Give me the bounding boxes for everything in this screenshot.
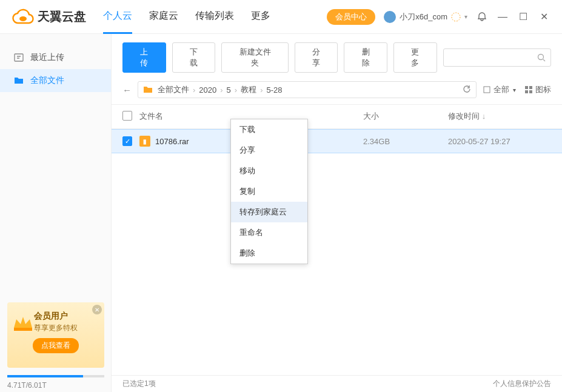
menu-delete[interactable]: 删除 (231, 243, 307, 264)
view-mode[interactable]: 图标 (524, 84, 551, 95)
column-size[interactable]: 大小 (363, 111, 448, 122)
folder-icon (13, 75, 24, 86)
download-button[interactable]: 下载 (172, 42, 216, 73)
crumb[interactable]: 5-28 (267, 85, 283, 95)
promo-button[interactable]: 点我查看 (33, 338, 79, 353)
context-menu: 下载 分享 移动 复制 转存到家庭云 重命名 删除 (230, 119, 308, 264)
view-filter[interactable]: 全部▾ (483, 84, 516, 95)
pathbar: ← 全部文件› 2020› 5› 教程› 5-28 全部▾ 图标 (112, 79, 562, 105)
file-date: 2020-05-27 19:27 (448, 137, 551, 146)
upload-button[interactable]: 上传 (122, 42, 166, 73)
logo: 天翼云盘 (12, 8, 86, 25)
promo-subtitle: 尊享更多特权 (34, 323, 98, 333)
path-actions: 全部▾ 图标 (483, 84, 551, 95)
share-button[interactable]: 分享 (295, 42, 338, 73)
nav-tab-more[interactable]: 更多 (251, 0, 270, 34)
breadcrumb: 全部文件› 2020› 5› 教程› 5-28 (138, 81, 477, 98)
search-input[interactable] (443, 48, 551, 67)
vip-small-icon (451, 12, 461, 22)
main: 上传 下载 新建文件夹 分享 删除 更多 ← 全部文件› 2020› 5› 教程… (112, 34, 562, 392)
menu-copy[interactable]: 复制 (231, 181, 307, 202)
toolbar: 上传 下载 新建文件夹 分享 删除 更多 (112, 34, 562, 79)
column-date[interactable]: 修改时间 ↓ (448, 111, 551, 122)
statusbar: 已选定1项 个人信息保护公告 (112, 375, 562, 392)
header-right: 会员中心 小刀x6d_com ▾ — ☐ ✕ (327, 9, 550, 25)
sidebar-item-label: 全部文件 (30, 75, 64, 86)
svg-rect-4 (484, 87, 490, 93)
nav-tab-personal[interactable]: 个人云 (103, 0, 132, 34)
svg-point-1 (452, 13, 460, 21)
close-icon[interactable]: ✕ (538, 11, 550, 23)
avatar-icon (384, 11, 396, 23)
nav-tabs: 个人云 家庭云 传输列表 更多 (103, 0, 327, 34)
file-size: 2.34GB (363, 137, 448, 146)
crumb[interactable]: 5 (227, 85, 231, 95)
svg-rect-5 (525, 86, 528, 89)
cloud-logo-icon (12, 8, 34, 25)
crown-icon (11, 311, 35, 335)
header: 天翼云盘 个人云 家庭云 传输列表 更多 会员中心 小刀x6d_com ▾ — … (0, 0, 562, 34)
storage-bar (7, 375, 104, 377)
select-all-checkbox[interactable] (122, 111, 132, 121)
filter-icon (483, 85, 491, 94)
svg-rect-2 (15, 54, 23, 61)
menu-rename[interactable]: 重命名 (231, 222, 307, 243)
app-name: 天翼云盘 (38, 8, 86, 25)
menu-share[interactable]: 分享 (231, 140, 307, 161)
delete-button[interactable]: 删除 (344, 42, 387, 73)
search-icon (537, 53, 546, 62)
svg-rect-6 (529, 86, 532, 89)
bell-icon[interactable] (476, 11, 488, 23)
crumb[interactable]: 全部文件 (158, 84, 189, 95)
sidebar: 最近上传 全部文件 ✕ 会员用户 尊享更多特权 点我查看 4.71T/6.01T (0, 34, 112, 392)
menu-move[interactable]: 移动 (231, 161, 307, 181)
svg-rect-7 (525, 90, 528, 93)
vip-badge[interactable]: 会员中心 (327, 9, 375, 25)
table-header: 文件名 大小 修改时间 ↓ (112, 105, 562, 129)
clock-icon (13, 52, 24, 63)
minimize-icon[interactable]: — (497, 11, 509, 23)
nav-tab-transfer[interactable]: 传输列表 (195, 0, 234, 34)
sort-down-icon: ↓ (482, 111, 486, 121)
refresh-icon[interactable] (463, 85, 471, 95)
promo-title: 会员用户 (34, 311, 98, 322)
nav-tab-family[interactable]: 家庭云 (149, 0, 178, 34)
crumb[interactable]: 2020 (199, 85, 216, 95)
back-icon[interactable]: ← (122, 85, 132, 95)
menu-download[interactable]: 下载 (231, 119, 307, 140)
crumb[interactable]: 教程 (241, 84, 256, 95)
sidebar-item-recent[interactable]: 最近上传 (0, 46, 111, 69)
more-button[interactable]: 更多 (393, 42, 437, 73)
user-info[interactable]: 小刀x6d_com ▾ (384, 11, 467, 23)
maximize-icon[interactable]: ☐ (517, 11, 529, 23)
table-row[interactable]: ✓ ▮ 10786.rar 2.34GB 2020-05-27 19:27 (112, 129, 562, 153)
file-name: 10786.rar (155, 137, 189, 146)
sidebar-item-label: 最近上传 (30, 52, 64, 63)
chevron-down-icon: ▾ (464, 13, 467, 20)
svg-rect-8 (529, 90, 532, 93)
folder-icon (143, 85, 153, 95)
status-privacy-link[interactable]: 个人信息保护公告 (493, 379, 551, 389)
promo-close-icon[interactable]: ✕ (92, 305, 102, 314)
archive-icon: ▮ (139, 136, 150, 147)
row-checkbox[interactable]: ✓ (122, 136, 132, 146)
promo-card: ✕ 会员用户 尊享更多特权 点我查看 (7, 302, 104, 368)
svg-point-3 (538, 55, 544, 60)
newfolder-button[interactable]: 新建文件夹 (221, 42, 288, 73)
menu-save-family[interactable]: 转存到家庭云 (231, 202, 307, 222)
sidebar-item-allfiles[interactable]: 全部文件 (0, 69, 111, 92)
user-name: 小刀x6d_com (400, 12, 447, 22)
grid-icon (524, 85, 533, 94)
status-selection: 已选定1项 (122, 379, 156, 389)
storage-text: 4.71T/6.01T (7, 381, 47, 390)
svg-point-0 (19, 16, 27, 21)
